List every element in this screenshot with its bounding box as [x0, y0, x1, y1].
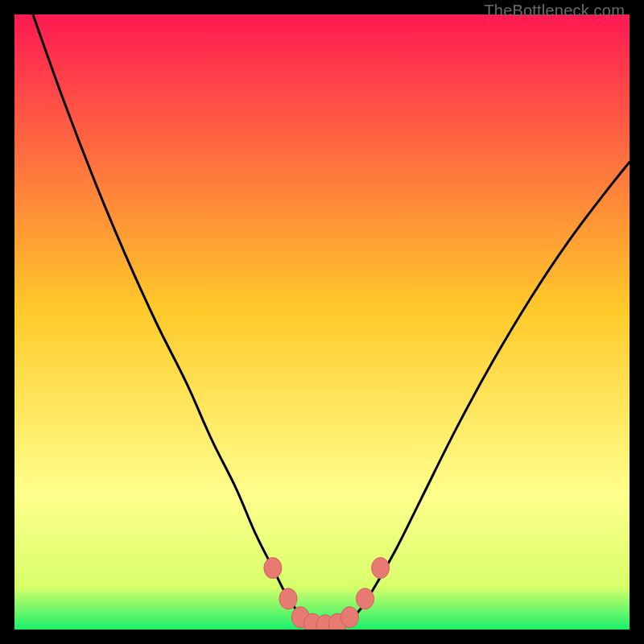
chart-frame: TheBottleneck.com — [0, 0, 644, 644]
curve-marker — [356, 588, 374, 609]
chart-canvas — [14, 14, 630, 630]
gradient-background — [14, 14, 630, 630]
curve-marker — [279, 588, 297, 609]
curve-marker — [372, 558, 390, 579]
curve-marker — [341, 607, 358, 628]
plot-area — [14, 14, 630, 630]
curve-marker — [264, 558, 282, 579]
